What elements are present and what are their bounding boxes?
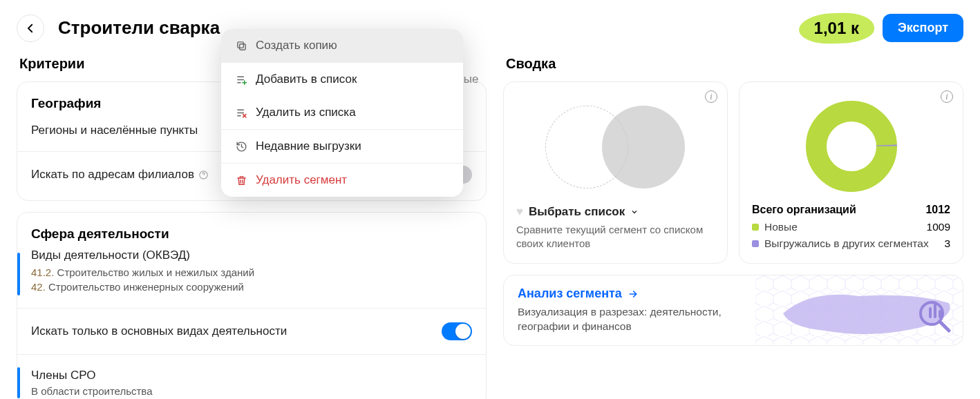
okved-code: 41.2.	[31, 266, 54, 278]
okved-item: 41.2. Строительство жилых и нежилых здан…	[17, 265, 486, 280]
total-value: 1012	[925, 204, 950, 216]
new-value: 1009	[927, 221, 950, 233]
activity-card: Сфера деятельности Виды деятельности (ОК…	[17, 212, 487, 399]
exported-label: Выгружались в других сегментах	[764, 237, 944, 250]
main-only-label: Искать только в основных видах деятельно…	[31, 324, 442, 338]
menu-remove-list[interactable]: Удалить из списка	[221, 96, 463, 129]
okved-text: Строительство инженерных сооружений	[48, 281, 244, 293]
history-icon	[235, 141, 247, 153]
svg-rect-10	[237, 41, 243, 48]
new-label: Новые	[764, 221, 927, 233]
okved-label: Виды деятельности (ОКВЭД)	[31, 249, 472, 262]
stat-row-exported: Выгружались в других сегментах 3	[752, 235, 950, 252]
stats-card: i Всего организаций 1012 Новые 1009	[739, 81, 963, 264]
copy-icon	[235, 40, 247, 52]
activity-heading: Сфера деятельности	[17, 224, 486, 249]
back-button[interactable]	[17, 14, 44, 42]
menu-recent-label: Недавние выгрузки	[256, 139, 361, 153]
okved-code: 42.	[31, 281, 46, 293]
okved-block[interactable]: Виды деятельности (ОКВЭД) 41.2. Строител…	[17, 249, 486, 300]
exported-value: 3	[944, 237, 950, 250]
sro-sub: В области строительства	[17, 384, 486, 398]
segment-context-menu: Создать копию Добавить в список Удалить …	[221, 29, 463, 197]
arrow-right-icon	[628, 289, 639, 300]
analysis-desc: Визуализация в разрезах: деятельности, г…	[518, 305, 739, 334]
help-icon[interactable]	[198, 170, 209, 180]
branches-label: Искать по адресам филиалов	[31, 168, 194, 182]
analysis-link[interactable]: Анализ сегмента	[518, 286, 639, 301]
page-title: Строители сварка	[58, 17, 220, 39]
menu-recent[interactable]: Недавние выгрузки	[221, 130, 463, 163]
select-list-label: Выбрать список	[529, 205, 625, 219]
main-only-toggle[interactable]	[442, 322, 472, 340]
compare-card: i ♥ Выбрать список Сравните текущий сегм…	[503, 81, 728, 264]
summary-heading: Сводка	[506, 56, 961, 72]
stat-row-new: Новые 1009	[752, 219, 950, 235]
analysis-link-text: Анализ сегмента	[518, 286, 622, 301]
svg-point-1	[816, 111, 887, 182]
trash-icon	[235, 175, 247, 186]
info-icon[interactable]: i	[705, 90, 717, 103]
donut-chart	[800, 95, 903, 198]
sro-block[interactable]: Члены СРО В области строительства	[17, 363, 486, 399]
menu-delete[interactable]: Удалить сегмент	[221, 164, 463, 197]
sro-label: Члены СРО	[31, 369, 472, 382]
analysis-card[interactable]: Анализ сегмента Визуализация в разрезах:…	[503, 275, 963, 346]
menu-copy-label: Создать копию	[256, 39, 337, 52]
main-only-row: Искать только в основных видах деятельно…	[17, 317, 486, 346]
menu-copy[interactable]: Создать копию	[221, 29, 463, 62]
legend-dot	[752, 224, 759, 231]
count-badge: 1,01 к	[804, 16, 869, 41]
arrow-left-icon	[24, 22, 37, 35]
venn-diagram	[533, 99, 699, 195]
okved-text: Строительство жилых и нежилых зданий	[57, 266, 254, 278]
legend-dot	[752, 240, 759, 247]
chevron-down-icon	[630, 208, 639, 216]
list-remove-icon	[235, 107, 247, 119]
list-add-icon	[235, 74, 247, 86]
heart-icon: ♥	[516, 205, 523, 219]
okved-item: 42. Строительство инженерных сооружений	[17, 280, 486, 294]
compare-desc: Сравните текущий сегмент со списком свои…	[516, 223, 715, 251]
menu-add-list-label: Добавить в список	[256, 72, 357, 86]
svg-rect-9	[239, 43, 245, 49]
export-button[interactable]: Экспорт	[883, 14, 963, 42]
info-icon[interactable]: i	[941, 90, 953, 103]
total-label: Всего организаций	[752, 204, 856, 216]
select-list-button[interactable]: ♥ Выбрать список	[516, 205, 715, 219]
map-decoration	[755, 275, 963, 344]
menu-remove-list-label: Удалить из списка	[256, 106, 356, 119]
menu-delete-label: Удалить сегмент	[256, 173, 347, 187]
menu-add-list[interactable]: Добавить в список	[221, 63, 463, 96]
